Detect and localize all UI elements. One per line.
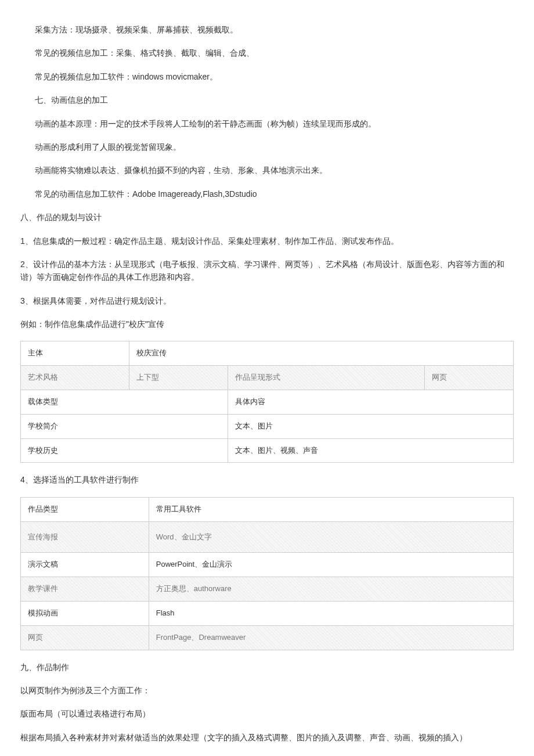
- paragraph: 3、根据具体需要，对作品进行规划设计。: [20, 294, 514, 307]
- paragraph: 七、动画信息的加工: [35, 93, 514, 106]
- paragraph: 常见的视频信息加工：采集、格式转换、截取、编辑、合成、: [35, 46, 514, 59]
- table-row: 艺术风格 上下型 作品呈现形式 网页: [21, 366, 514, 390]
- paragraph: 常见的动画信息加工软件：Adobe Imageready,Flash,3Dstu…: [35, 188, 514, 200]
- table-row: 模拟动画 Flash: [21, 602, 514, 626]
- paragraph: 1、信息集成的一般过程：确定作品主题、规划设计作品、采集处理素材、制作加工作品、…: [20, 235, 514, 247]
- paragraph: 例如：制作信息集成作品进行"校庆"宣传: [20, 318, 514, 330]
- paragraph: 根据布局插入各种素材并对素材做适当的效果处理（文字的插入及格式调整、图片的插入及…: [20, 731, 514, 744]
- cell: 方正奥思、authorware: [149, 577, 513, 602]
- paragraph: 动画的形成利用了人眼的视觉暂留现象。: [35, 141, 514, 153]
- cell: 具体内容: [228, 390, 513, 415]
- cell: 艺术风格: [21, 366, 129, 390]
- table-row: 学校历史 文本、图片、视频、声音: [21, 438, 514, 463]
- cell: 宣传海报: [21, 521, 149, 553]
- paragraph: 2、设计作品的基本方法：从呈现形式（电子板报、演示文稿、学习课件、网页等）、艺术…: [20, 258, 514, 284]
- cell: 常用工具软件: [149, 497, 513, 521]
- cell: FrontPage、Dreamweaver: [149, 625, 513, 650]
- cell: 作品类型: [21, 497, 149, 521]
- paragraph: 常见的视频信息加工软件：windows movicmaker。: [35, 70, 514, 83]
- cell: 学校简介: [21, 414, 228, 438]
- cell: 网页: [21, 625, 149, 650]
- table-row: 网页 FrontPage、Dreamweaver: [21, 625, 514, 650]
- planning-table: 主体 校庆宣传 艺术风格 上下型 作品呈现形式 网页 载体类型 具体内容 学校简…: [20, 341, 514, 463]
- cell: 演示文稿: [21, 553, 149, 577]
- paragraph: 采集方法：现场摄录、视频采集、屏幕捕获、视频截取。: [35, 23, 514, 36]
- paragraph: 动画的基本原理：用一定的技术手段将人工绘制的若干静态画面（称为帧）连续呈现而形成…: [35, 117, 514, 130]
- cell: 主体: [21, 341, 129, 366]
- paragraph: 4、选择适当的工具软件进行制作: [20, 473, 514, 486]
- cell: 上下型: [129, 366, 228, 390]
- table-row: 演示文稿 PowerPoint、金山演示: [21, 553, 514, 577]
- cell: Word、金山文字: [149, 521, 513, 553]
- cell: 网页: [425, 366, 514, 390]
- cell: 文本、图片、视频、声音: [228, 438, 513, 463]
- table-row: 作品类型 常用工具软件: [21, 497, 514, 521]
- table-row: 宣传海报 Word、金山文字: [21, 521, 514, 553]
- indented-section: 采集方法：现场摄录、视频采集、屏幕捕获、视频截取。 常见的视频信息加工：采集、格…: [20, 23, 514, 200]
- table-row: 载体类型 具体内容: [21, 390, 514, 415]
- cell: 载体类型: [21, 390, 228, 415]
- cell: 模拟动画: [21, 602, 149, 626]
- heading-8: 八、作品的规划与设计: [20, 211, 514, 224]
- cell: PowerPoint、金山演示: [149, 553, 513, 577]
- cell: Flash: [149, 602, 513, 626]
- heading-9: 九、作品制作: [20, 661, 514, 674]
- table-row: 主体 校庆宣传: [21, 341, 514, 366]
- cell: 学校历史: [21, 438, 228, 463]
- paragraph: 以网页制作为例涉及三个方面工作：: [20, 684, 514, 697]
- cell: 校庆宣传: [129, 341, 513, 366]
- tools-table: 作品类型 常用工具软件 宣传海报 Word、金山文字 演示文稿 PowerPoi…: [20, 497, 514, 650]
- paragraph: 版面布局（可以通过表格进行布局）: [20, 707, 514, 720]
- table-row: 教学课件 方正奥思、authorware: [21, 577, 514, 602]
- paragraph: 动画能将实物难以表达、摄像机拍摄不到的内容，生动、形象、具体地演示出来。: [35, 164, 514, 177]
- cell: 文本、图片: [228, 414, 513, 438]
- cell: 作品呈现形式: [228, 366, 425, 390]
- table-row: 学校简介 文本、图片: [21, 414, 514, 438]
- cell: 教学课件: [21, 577, 149, 602]
